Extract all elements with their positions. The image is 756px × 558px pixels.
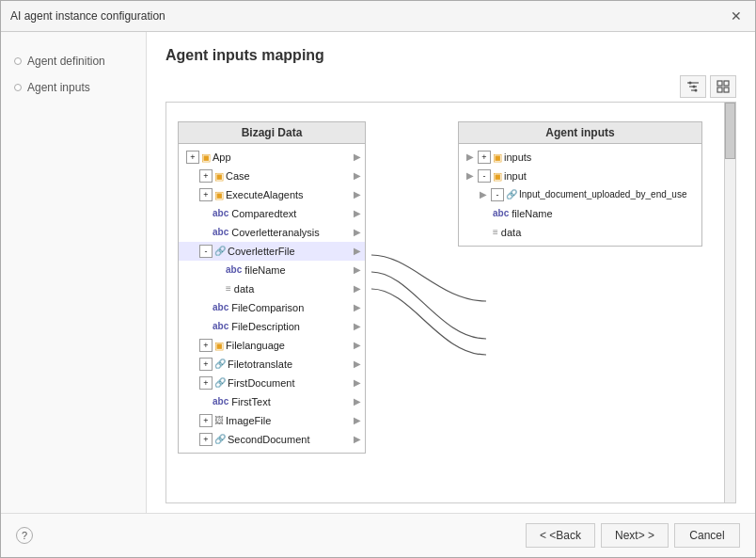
- arrow-right-icon: ▶: [354, 167, 361, 184]
- tree-row[interactable]: abc FileComparison ▶: [179, 298, 365, 317]
- tree-row[interactable]: + 🔗 FirstDocument ▶: [179, 374, 365, 392]
- toolbar: [165, 75, 736, 98]
- sidebar-item-agent-definition[interactable]: Agent definition: [10, 51, 136, 72]
- node-label: data: [234, 280, 254, 297]
- filter-button[interactable]: [680, 75, 706, 98]
- main-content: Agent inputs mapping: [147, 32, 755, 513]
- arrow-left-icon: ▶: [466, 167, 474, 184]
- expander-icon[interactable]: +: [199, 358, 213, 371]
- expander-icon[interactable]: +: [199, 188, 213, 201]
- scrollbar-thumb[interactable]: [725, 103, 735, 159]
- back-button[interactable]: < <Back: [526, 523, 595, 548]
- node-label: FileComparison: [231, 299, 304, 316]
- node-label: fileName: [512, 205, 552, 222]
- tree-row[interactable]: abc fileName: [459, 204, 701, 223]
- tree-row[interactable]: + ▣ ExecuteAlagents ▶: [179, 185, 365, 204]
- arrow-right-icon: ▶: [354, 205, 361, 222]
- tree-row[interactable]: + 🖼 ImageFile ▶: [179, 411, 365, 430]
- footer: ? < <Back Next> > Cancel: [1, 513, 755, 557]
- sidebar-item-agent-inputs[interactable]: Agent inputs: [10, 77, 136, 98]
- tree-row[interactable]: + ▣ App ▶: [179, 148, 365, 167]
- tree-row[interactable]: ≡ data ▶: [179, 279, 365, 298]
- expander-icon[interactable]: +: [199, 169, 213, 183]
- text-icon: abc: [213, 299, 228, 316]
- tree-row[interactable]: + 🔗 Filetotranslate ▶: [179, 355, 365, 374]
- text-icon: abc: [213, 224, 228, 241]
- node-label: SecondDocument: [228, 431, 309, 448]
- cancel-button[interactable]: Cancel: [674, 523, 740, 548]
- arrow-right-icon: ▶: [354, 299, 361, 316]
- arrow-left-icon: ▶: [466, 149, 474, 166]
- horizontal-scrollbar[interactable]: [166, 502, 735, 503]
- tree-row[interactable]: abc Comparedtext ▶: [179, 204, 365, 223]
- bullet-icon: [14, 57, 22, 65]
- vertical-scrollbar[interactable]: [724, 103, 735, 502]
- dialog-body: Agent definition Agent inputs Agent inpu…: [1, 32, 755, 513]
- tree-row[interactable]: ≡ data: [459, 223, 701, 242]
- folder-icon: ▣: [201, 149, 211, 166]
- bullet-icon: [14, 84, 22, 91]
- data-icon: ≡: [226, 280, 231, 297]
- layout-button[interactable]: [710, 75, 736, 98]
- tree-row[interactable]: + ▣ Filelanguage ▶: [179, 336, 365, 355]
- expander-icon[interactable]: +: [199, 339, 213, 352]
- arrow-right-icon: ▶: [354, 431, 361, 448]
- title-bar: AI agent instance configuration ✕: [1, 1, 755, 32]
- left-tree-panel: Bizagi Data + ▣ App ▶: [178, 121, 366, 454]
- text-icon: abc: [213, 393, 228, 410]
- tree-row[interactable]: ▶ - 🔗 Input_document_uploaded_by_end_use: [459, 185, 701, 204]
- tree-row[interactable]: abc fileName ▶: [179, 261, 365, 279]
- arrow-right-icon: ▶: [354, 243, 361, 260]
- expander-icon[interactable]: -: [491, 188, 504, 201]
- sidebar-item-label: Agent definition: [27, 55, 105, 68]
- mapping-scroll[interactable]: Bizagi Data + ▣ App ▶: [166, 103, 735, 502]
- arrow-right-icon: ▶: [354, 318, 361, 335]
- link-folder-icon: 🔗: [214, 356, 226, 373]
- expander-icon[interactable]: +: [199, 376, 213, 390]
- folder-icon: ▣: [214, 167, 224, 184]
- arrow-right-icon: ▶: [354, 356, 361, 373]
- tree-row[interactable]: abc FirstText ▶: [179, 392, 365, 411]
- tree-row[interactable]: - 🔗 CoverletterFile ▶: [179, 242, 365, 261]
- arrow-left-icon: ▶: [480, 186, 487, 203]
- help-button[interactable]: ?: [16, 527, 33, 544]
- arrow-right-icon: ▶: [354, 224, 361, 241]
- tree-row[interactable]: + 🔗 SecondDocument ▶: [179, 430, 365, 449]
- tree-row[interactable]: abc Coverletteranalysis ▶: [179, 223, 365, 242]
- layout-icon: [717, 80, 730, 93]
- arrow-right-icon: ▶: [354, 280, 361, 297]
- node-label: ImageFile: [226, 412, 271, 429]
- folder-icon: ▣: [214, 186, 224, 203]
- expander-icon[interactable]: +: [186, 151, 199, 164]
- link-folder-icon: 🔗: [214, 431, 226, 448]
- tree-row[interactable]: + ▣ Case ▶: [179, 167, 365, 185]
- node-label: Coverletteranalysis: [231, 224, 320, 241]
- node-label: FirstDocument: [228, 375, 295, 391]
- expander-icon[interactable]: -: [199, 245, 213, 258]
- right-tree-header: Agent inputs: [459, 122, 701, 144]
- link-folder-icon: 🔗: [506, 186, 517, 203]
- node-label: ExecuteAlagents: [226, 186, 304, 203]
- svg-rect-7: [724, 81, 729, 86]
- node-label: FileDescription: [231, 318, 300, 335]
- tree-row[interactable]: ▶ - ▣ input: [459, 167, 701, 185]
- arrow-right-icon: ▶: [354, 412, 361, 429]
- tree-row[interactable]: ▶ + ▣ inputs: [459, 148, 701, 167]
- node-label: CoverletterFile: [228, 243, 295, 260]
- arrow-right-icon: ▶: [354, 149, 361, 166]
- arrow-right-icon: ▶: [354, 337, 361, 354]
- arrow-right-icon: ▶: [354, 375, 361, 391]
- expander-icon[interactable]: +: [478, 151, 491, 164]
- expander-icon[interactable]: +: [199, 414, 213, 427]
- expander-icon[interactable]: -: [478, 169, 491, 183]
- tree-row[interactable]: abc FileDescription ▶: [179, 317, 365, 336]
- arrow-right-icon: ▶: [354, 186, 361, 203]
- filter-icon: [686, 80, 700, 93]
- expander-icon[interactable]: +: [199, 433, 213, 446]
- left-tree-body: + ▣ App ▶ + ▣: [179, 144, 365, 453]
- left-tree-header: Bizagi Data: [179, 122, 365, 144]
- mapping-area: Bizagi Data + ▣ App ▶: [165, 102, 736, 503]
- node-label: data: [501, 224, 521, 241]
- close-button[interactable]: ✕: [727, 7, 746, 25]
- next-button[interactable]: Next> >: [601, 523, 669, 548]
